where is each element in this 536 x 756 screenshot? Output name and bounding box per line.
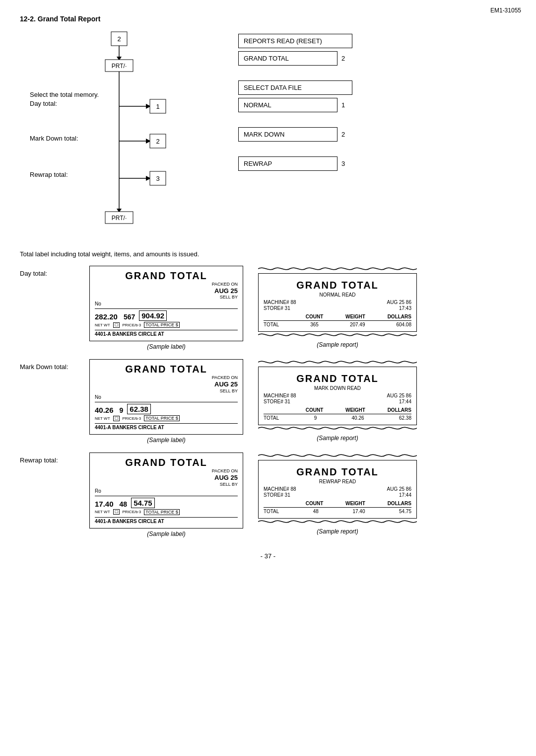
rewrap-values-row: 17.40 48 54.75	[95, 496, 238, 508]
rewrap-report-sub: REWRAP READ	[264, 479, 411, 484]
svg-text:PRT/·: PRT/·	[112, 63, 127, 70]
day-report-sub: NORMAL READ	[264, 292, 411, 298]
svg-text:2: 2	[156, 138, 159, 145]
svg-text:PRT/·: PRT/·	[112, 215, 127, 222]
rewrap-address: 4401-A BANKERS CIRCLE AT	[95, 517, 238, 524]
select-data-file-box: SELECT DATA FILE	[238, 80, 352, 95]
day-total-row: TOTAL 365 207.49 604.08	[264, 322, 411, 327]
select-memory-text: Select the total memory. Day total:	[30, 90, 99, 108]
wavy-bottom-rewrap	[258, 519, 417, 525]
grand-total-box: GRAND TOTAL	[238, 51, 337, 66]
rewrap-report-caption: (Sample report)	[258, 528, 417, 535]
rewrap-report-sample: GRAND TOTAL REWRAP READ MACHINE# 88 AUG …	[258, 453, 417, 535]
wavy-top-markdown	[258, 359, 417, 365]
markdown-receipt-title: GRAND TOTAL	[95, 364, 238, 375]
day-report-caption: (Sample report)	[258, 341, 417, 348]
day-machine-row: MACHINE# 88 AUG 25 86	[264, 300, 411, 305]
markdown-total-row: TOTAL 9 40.26 62.38	[264, 415, 411, 421]
section-title: 12-2. Grand Total Report	[20, 15, 516, 23]
rewrap-receipt-title: GRAND TOTAL	[95, 457, 238, 468]
page-id: EM1-31055	[490, 7, 521, 14]
rewrap-col-headers: COUNT WEIGHT DOLLARS	[264, 501, 411, 508]
grand-total-num: 2	[341, 55, 345, 62]
mark-down-label: Mark Down total:	[30, 135, 78, 142]
rewrap-no-row: Ro	[95, 488, 238, 494]
markdown-no-row: No	[95, 394, 238, 400]
rewrap-report-box: GRAND TOTAL REWRAP READ MACHINE# 88 AUG …	[258, 460, 417, 519]
summary-text: Total label including total weight, item…	[20, 250, 516, 258]
day-receipt-title: GRAND TOTAL	[95, 270, 238, 282]
mark-down-box: MARK DOWN	[238, 127, 337, 142]
markdown-machine-row: MACHINE# 88 AUG 25 86	[264, 393, 411, 398]
page-number: - 37 -	[20, 552, 516, 560]
markdown-address: 4401-A BANKERS CIRCLE AT	[95, 423, 238, 430]
day-label-sample: GRAND TOTAL PACKED ON AUG 25 SELL BY No …	[89, 266, 243, 350]
day-report-title: GRAND TOTAL	[264, 280, 411, 291]
rewrap-machine-row: MACHINE# 88 AUG 25 86	[264, 486, 411, 492]
wavy-top-day	[258, 266, 417, 272]
markdown-report-sample: GRAND TOTAL MARK DOWN READ MACHINE# 88 A…	[258, 359, 417, 442]
markdown-store-row: STORE# 31 17:44	[264, 399, 411, 404]
wavy-bottom-day	[258, 332, 417, 338]
markdown-label: Mark Down total:	[20, 359, 74, 371]
rewrap-bottom-labels: NET WT ☐ PRICE/b·3 TOTAL PRICE $	[95, 509, 238, 515]
rewrap-label: Rewrap total:	[30, 171, 68, 178]
markdown-receipt-box: GRAND TOTAL PACKED ON AUG 25 SELL BY No …	[89, 359, 243, 435]
markdown-report-caption: (Sample report)	[258, 435, 417, 442]
day-total-label: Day total:	[20, 266, 74, 277]
sample-row-markdown: Mark Down total: GRAND TOTAL PACKED ON A…	[20, 359, 516, 444]
svg-text:3: 3	[156, 175, 159, 182]
flow-area: 2 PRT/· 1 2	[20, 32, 516, 240]
day-address: 4401-A BANKERS CIRCLE AT	[95, 330, 238, 337]
markdown-report-title: GRAND TOTAL	[264, 373, 411, 384]
rewrap-total-row: TOTAL 48 17.40 54.75	[264, 509, 411, 514]
svg-text:2: 2	[117, 35, 121, 43]
day-report-box: GRAND TOTAL NORMAL READ MACHINE# 88 AUG …	[258, 273, 417, 332]
rewrap-receipt-box: GRAND TOTAL PACKED ON AUG 25 SELL BY Ro …	[89, 453, 243, 528]
rewrap-box: REWRAP	[238, 156, 337, 171]
day-no-row: No	[95, 301, 238, 306]
day-net-wt-val: 282.20	[95, 312, 118, 321]
normal-box: NORMAL	[238, 98, 337, 112]
rewrap-sample-label: Rewrap total:	[20, 453, 74, 464]
markdown-label-sample: GRAND TOTAL PACKED ON AUG 25 SELL BY No …	[89, 359, 243, 444]
right-panel: REPORTS READ (RESET) GRAND TOTAL 2 SELEC…	[238, 32, 407, 240]
day-col-headers: COUNT WEIGHT DOLLARS	[264, 314, 411, 321]
wavy-bottom-markdown	[258, 425, 417, 431]
rewrap-num: 3	[341, 160, 345, 167]
markdown-bottom-labels: NET WT ☐ PRICE/b·3 TOTAL PRICE $	[95, 415, 238, 421]
day-values-row: 282.20 567 904.92	[95, 308, 238, 321]
rewrap-label-sample: GRAND TOTAL PACKED ON AUG 25 SELL BY Ro …	[89, 453, 243, 537]
markdown-packed-on: PACKED ON AUG 25 SELL BY	[95, 375, 238, 393]
day-count-val: 567	[124, 313, 135, 321]
markdown-report-sub: MARK DOWN READ	[264, 385, 411, 391]
normal-num: 1	[341, 101, 345, 109]
day-store-row: STORE# 31 17:43	[264, 305, 411, 311]
flow-diagram: 2 PRT/· 1 2	[20, 32, 228, 240]
svg-text:1: 1	[156, 103, 159, 110]
rewrap-receipt-caption: (Sample label)	[89, 530, 243, 537]
markdown-col-headers: COUNT WEIGHT DOLLARS	[264, 407, 411, 414]
markdown-report-box: GRAND TOTAL MARK DOWN READ MACHINE# 88 A…	[258, 367, 417, 425]
day-total-price-val: 904.92	[139, 310, 167, 321]
rewrap-store-row: STORE# 31 17:44	[264, 492, 411, 498]
rewrap-report-title: GRAND TOTAL	[264, 466, 411, 478]
day-report-sample: GRAND TOTAL NORMAL READ MACHINE# 88 AUG …	[258, 266, 417, 348]
day-packed-on: PACKED ON AUG 25 SELL BY	[95, 282, 238, 300]
rewrap-packed-on: PACKED ON AUG 25 SELL BY	[95, 468, 238, 487]
markdown-values-row: 40.26 9 62.38	[95, 402, 238, 414]
reports-read-box: REPORTS READ (RESET)	[238, 34, 352, 48]
day-bottom-labels: NET WT ☐ PRICE/b·3 TOTAL PRICE $	[95, 322, 238, 328]
samples-section: Day total: GRAND TOTAL PACKED ON AUG 25 …	[20, 266, 516, 537]
day-receipt-box: GRAND TOTAL PACKED ON AUG 25 SELL BY No …	[89, 266, 243, 341]
sample-row-day: Day total: GRAND TOTAL PACKED ON AUG 25 …	[20, 266, 516, 350]
mark-down-num: 2	[341, 131, 345, 138]
wavy-top-rewrap	[258, 453, 417, 458]
sample-row-rewrap: Rewrap total: GRAND TOTAL PACKED ON AUG …	[20, 453, 516, 537]
flow-svg: 2 PRT/· 1 2	[20, 32, 228, 235]
day-receipt-caption: (Sample label)	[89, 343, 243, 350]
markdown-receipt-caption: (Sample label)	[89, 437, 243, 444]
